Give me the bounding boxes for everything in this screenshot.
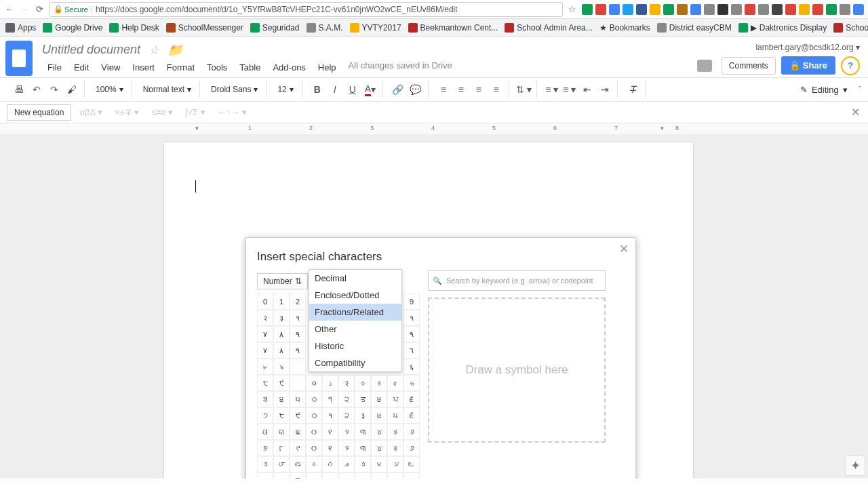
share-button[interactable]: 🔒 Share xyxy=(781,56,835,75)
close-icon[interactable]: ✕ xyxy=(851,106,860,119)
char-cell[interactable]: ۹ xyxy=(403,326,420,342)
menu-edit[interactable]: Edit xyxy=(68,60,94,75)
operators-icon[interactable]: ×±∓ ▾ xyxy=(115,107,139,117)
char-cell[interactable]: १ xyxy=(322,407,338,424)
url-bar[interactable]: 🔒 Secure | https://docs.google.com/docum… xyxy=(49,2,563,17)
char-cell[interactable]: ३ xyxy=(273,310,290,326)
char-cell[interactable]: F xyxy=(290,472,306,479)
char-cell[interactable]: ౬ xyxy=(403,456,420,472)
char-cell[interactable]: ੦ xyxy=(306,391,322,407)
char-cell[interactable]: ੫ xyxy=(387,407,403,424)
char-cell[interactable]: ୯ xyxy=(290,440,306,456)
char-cell[interactable]: ୪ xyxy=(371,440,387,456)
char-cell[interactable]: 2 xyxy=(290,293,306,310)
char-cell[interactable]: ౩ xyxy=(355,456,371,472)
menu-format[interactable]: Format xyxy=(161,60,200,75)
char-cell[interactable]: ୦ xyxy=(306,424,322,440)
char-cell[interactable]: ১ xyxy=(322,375,338,391)
char-cell[interactable]: ੦ xyxy=(306,407,322,424)
bookmark-item[interactable]: ★Bookmarks xyxy=(599,23,650,33)
bookmark-item[interactable]: SchoolMessenger xyxy=(166,23,243,33)
bookmark-item[interactable]: School Admin Area... xyxy=(505,23,592,33)
bookmark-item[interactable]: Seguridad xyxy=(250,23,300,33)
dropdown-item[interactable]: Enclosed/Dotted xyxy=(309,287,401,304)
char-cell[interactable]: ୮ xyxy=(273,440,290,456)
underline-icon[interactable]: U xyxy=(344,81,361,98)
docs-logo-icon[interactable] xyxy=(5,41,33,76)
char-cell[interactable]: ଗ xyxy=(273,424,290,440)
char-cell[interactable]: ਤ xyxy=(355,391,371,407)
char-cell[interactable]: ੨ xyxy=(338,407,355,424)
char-cell[interactable]: १ xyxy=(290,310,306,326)
text-color-icon[interactable]: A ▾ xyxy=(362,81,378,98)
category-filter-button[interactable]: Number ⇅ xyxy=(257,273,308,289)
search-input[interactable]: 🔍 Search by keyword (e.g. arrow) or code… xyxy=(428,270,606,291)
dropdown-item[interactable]: Compatibility xyxy=(309,354,401,371)
bookmark-item[interactable]: S.A.M. xyxy=(307,23,343,33)
menu-table[interactable]: Table xyxy=(234,60,266,75)
zoom-select[interactable]: 100% ▾ xyxy=(92,83,127,96)
char-cell[interactable]: ੨ xyxy=(338,391,355,407)
menu-help[interactable]: Help xyxy=(313,60,342,75)
bookmark-item[interactable]: Apps xyxy=(5,23,36,33)
clear-format-icon[interactable]: T̶ xyxy=(625,81,641,98)
char-cell[interactable]: ଛ xyxy=(290,424,306,440)
doc-title[interactable]: Untitled document xyxy=(42,43,140,57)
comment-add-icon[interactable]: 💬 xyxy=(408,81,424,98)
char-cell[interactable]: ੯ xyxy=(290,407,306,424)
char-cell[interactable]: ૦ xyxy=(306,375,322,391)
char-cell[interactable]: ఆ xyxy=(273,472,290,479)
menu-file[interactable]: File xyxy=(42,60,67,75)
char-cell[interactable]: ৬ xyxy=(403,375,420,391)
align-right-icon[interactable]: ≡ xyxy=(471,81,487,98)
char-cell[interactable]: ୨ xyxy=(338,440,355,456)
dropdown-item[interactable]: Historic xyxy=(309,338,401,354)
char-cell[interactable]: ౫ xyxy=(387,472,403,479)
char-cell[interactable] xyxy=(290,375,306,391)
bold-icon[interactable]: B xyxy=(309,81,326,98)
char-cell[interactable]: ౪ xyxy=(371,472,387,479)
char-cell[interactable]: ٨ xyxy=(273,326,290,342)
draw-symbol-area[interactable]: Draw a symbol here xyxy=(428,298,606,443)
indent-decrease-icon[interactable]: ⇤ xyxy=(579,81,595,98)
line-spacing-icon[interactable]: ⇅ ▾ xyxy=(516,81,532,98)
char-cell[interactable]: ੮ xyxy=(257,375,273,391)
link-icon[interactable]: 🔗 xyxy=(390,81,406,98)
menu-view[interactable]: View xyxy=(96,60,125,75)
char-cell[interactable]: ۸ xyxy=(273,342,290,359)
bulleted-list-icon[interactable]: ≡ ▾ xyxy=(561,81,578,98)
bookmark-item[interactable]: School Admin Area... xyxy=(833,23,868,33)
dropdown-item[interactable]: Fractions/Related xyxy=(309,304,401,321)
functions-icon[interactable]: ∫√Σ ▾ xyxy=(185,107,205,117)
bookmark-item[interactable]: Beekmantown Cent... xyxy=(408,23,498,33)
comments-button[interactable]: Comments xyxy=(722,57,776,75)
print-icon[interactable]: 🖶 xyxy=(11,81,27,98)
char-cell[interactable]: ୪ xyxy=(371,424,387,440)
star-icon[interactable]: ☆ xyxy=(567,4,578,15)
dropdown-item[interactable]: Decimal xyxy=(309,270,401,287)
char-cell[interactable]: ੧ xyxy=(322,391,338,407)
char-cell[interactable]: ౨ xyxy=(338,456,355,472)
star-icon[interactable]: ☆ xyxy=(149,43,159,58)
paint-format-icon[interactable]: 🖌 xyxy=(64,81,80,98)
char-cell[interactable]: ੫ xyxy=(290,391,306,407)
char-cell[interactable]: ౮ xyxy=(403,472,420,479)
dropdown-item[interactable]: Other xyxy=(309,321,401,338)
arrows-icon[interactable]: ←↑→ ▾ xyxy=(218,107,247,117)
char-cell[interactable]: 9 xyxy=(403,293,420,310)
align-center-icon[interactable]: ≡ xyxy=(453,81,469,98)
char-cell[interactable]: 0 xyxy=(257,293,273,310)
char-cell[interactable]: ୭ xyxy=(257,440,273,456)
bookmark-item[interactable]: ▶Daktronics Display xyxy=(738,23,827,33)
char-cell[interactable]: ੪ xyxy=(371,391,387,407)
comment-icon[interactable] xyxy=(697,60,712,72)
user-email[interactable]: lambert.gary@bcsdk12.org ▾ xyxy=(755,43,860,52)
char-cell[interactable]: ۷ xyxy=(257,342,273,359)
char-cell[interactable]: ౩ xyxy=(257,456,273,472)
close-icon[interactable]: ✕ xyxy=(619,242,629,256)
char-cell[interactable]: ੪ xyxy=(273,391,290,407)
char-cell[interactable]: ణ xyxy=(290,456,306,472)
menu-addons[interactable]: Add-ons xyxy=(267,60,311,75)
char-cell[interactable]: ୩ xyxy=(355,440,371,456)
char-cell[interactable]: २ xyxy=(338,375,355,391)
